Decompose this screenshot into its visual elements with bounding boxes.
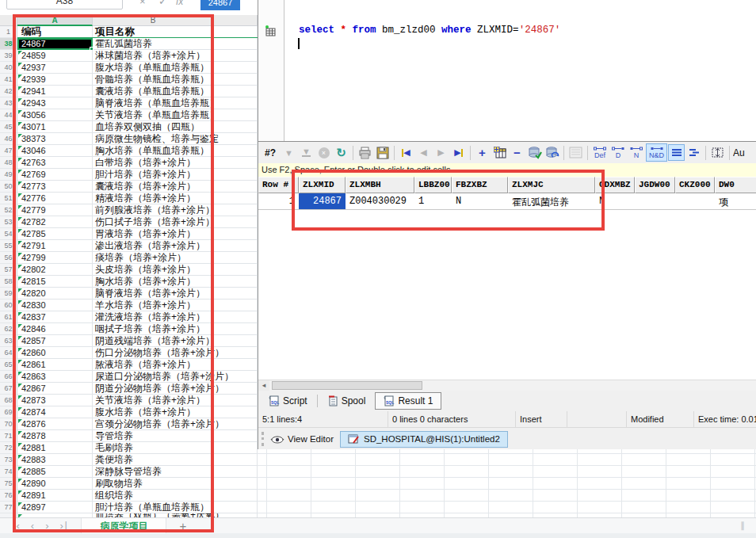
row-number[interactable]: 70 <box>0 418 17 430</box>
name-cell[interactable]: 胆汁培养（单瓶血培养瓶） <box>93 502 214 513</box>
formula-confirm-icon[interactable]: ✓ <box>158 0 167 10</box>
empty-cell[interactable] <box>214 216 258 228</box>
empty-cell[interactable] <box>214 264 258 276</box>
sort-dropdown-icon[interactable]: ▼ <box>281 144 297 161</box>
sheet-next-icon[interactable]: › <box>45 520 48 532</box>
code-cell[interactable]: 42837 <box>17 311 93 323</box>
fit-columns-icon[interactable] <box>709 144 726 161</box>
grid-column-header[interactable]: CKZ000 <box>675 177 715 193</box>
row-number[interactable]: 55 <box>0 240 17 252</box>
add-sheet-button[interactable]: + <box>179 519 186 532</box>
sql-code-line[interactable]: select * from bm_zlzd00 where ZLXMID='24… <box>299 25 560 36</box>
code-cell[interactable]: 42874 <box>17 406 93 418</box>
auto-options-label[interactable]: Au <box>733 144 754 161</box>
row-number[interactable]: 46 <box>0 133 17 145</box>
row-number[interactable]: 49 <box>0 169 17 181</box>
empty-cell[interactable] <box>214 228 258 240</box>
link-nd-button[interactable]: N&D <box>646 143 667 162</box>
empty-cell[interactable] <box>214 478 258 490</box>
row-number[interactable]: 41 <box>0 74 17 86</box>
code-cell[interactable]: 42937 <box>17 62 93 74</box>
insert-record-icon[interactable]: + <box>474 144 491 161</box>
session-tab-active[interactable]: SD_HOSPITAL@HIS(1):Untitled2 <box>340 431 508 448</box>
code-cell[interactable]: 42815 <box>17 276 93 288</box>
next-record-icon[interactable]: ▶ <box>433 144 449 161</box>
tab-result-1[interactable]: SQL Result 1 <box>375 392 441 410</box>
empty-cell[interactable] <box>214 490 258 502</box>
code-cell[interactable]: 24867 <box>17 38 93 50</box>
formula-bar-value[interactable]: 24867 <box>200 0 240 10</box>
row-number[interactable]: 66 <box>0 371 17 383</box>
row-number[interactable]: 67 <box>0 383 17 395</box>
sheet-prev-icon[interactable]: ‹ <box>31 520 34 532</box>
column-header-b[interactable]: B <box>93 15 214 26</box>
sql-editor[interactable]: select * from bm_zlzd00 where ZLXMID='24… <box>258 0 756 141</box>
code-cell[interactable]: 42785 <box>17 228 93 240</box>
cancel-query-icon[interactable]: × <box>315 144 332 161</box>
empty-cell[interactable] <box>214 121 258 133</box>
row-number[interactable]: 42 <box>0 86 17 97</box>
code-cell[interactable]: 42846 <box>17 323 93 335</box>
row-number[interactable]: 68 <box>0 395 17 406</box>
empty-cell[interactable] <box>214 288 258 300</box>
row-number[interactable]: 77 <box>0 502 17 513</box>
code-cell[interactable]: 42763 <box>17 157 93 169</box>
row-number[interactable]: 74 <box>0 466 17 478</box>
row-number[interactable]: 72 <box>0 442 17 454</box>
rollback-icon[interactable] <box>544 144 560 161</box>
tab-script[interactable]: SQL Script <box>264 394 312 408</box>
empty-cell[interactable] <box>214 157 258 169</box>
grid-view-icon[interactable] <box>668 144 685 161</box>
code-cell[interactable]: 42881 <box>17 442 93 454</box>
code-cell[interactable]: 42857 <box>17 335 93 347</box>
row-number[interactable]: 44 <box>0 109 17 121</box>
insert-function-icon[interactable]: fx <box>176 0 183 10</box>
grid-cell[interactable]: N <box>595 193 635 209</box>
empty-cell[interactable] <box>214 383 258 395</box>
code-cell[interactable]: 42876 <box>17 418 93 430</box>
grid-column-header[interactable]: JGDW00 <box>635 177 675 193</box>
row-number[interactable]: 40 <box>0 62 17 74</box>
empty-cell[interactable] <box>214 74 258 86</box>
code-cell[interactable]: 43056 <box>17 109 93 121</box>
row-number[interactable]: 45 <box>0 121 17 133</box>
empty-cell[interactable] <box>214 430 258 442</box>
empty-cell[interactable] <box>214 204 258 216</box>
row-number[interactable]: 65 <box>0 359 17 371</box>
grid-cell[interactable] <box>675 193 715 209</box>
drag-handle[interactable] <box>262 432 264 446</box>
tab-spool[interactable]: Spool <box>323 394 371 408</box>
code-cell[interactable]: 42860 <box>17 347 93 359</box>
code-cell[interactable]: 42873 <box>17 395 93 406</box>
row-number[interactable]: 1 <box>0 26 17 38</box>
empty-cell[interactable] <box>214 466 258 478</box>
grid-column-header[interactable]: LBBZ00 <box>414 177 452 193</box>
row-number[interactable]: 75 <box>0 478 17 490</box>
grid-cell[interactable]: 1 <box>414 193 452 209</box>
empty-cell[interactable] <box>214 323 258 335</box>
code-cell[interactable]: 43046 <box>17 145 93 157</box>
row-number[interactable]: 57 <box>0 264 17 276</box>
empty-cell[interactable] <box>214 502 258 513</box>
cell-name-box[interactable]: A38 <box>6 0 123 10</box>
code-cell[interactable]: 42939 <box>17 74 93 86</box>
sheet-first-icon[interactable]: ∣‹ <box>11 520 20 532</box>
link-d-button[interactable]: D <box>609 143 627 162</box>
row-number[interactable]: 58 <box>0 276 17 288</box>
row-number[interactable]: 69 <box>0 406 17 418</box>
formula-cancel-icon[interactable]: × <box>139 0 146 10</box>
select-all-corner[interactable] <box>0 15 17 26</box>
code-cell[interactable]: 42897 <box>17 502 93 513</box>
code-cell[interactable]: 42782 <box>17 216 93 228</box>
code-cell[interactable]: 42878 <box>17 430 93 442</box>
hscroll-thumb[interactable] <box>272 381 422 390</box>
empty-cell[interactable] <box>214 133 258 145</box>
save-icon[interactable] <box>374 144 391 161</box>
result-hscrollbar[interactable]: ◂ <box>258 380 756 391</box>
link-n-button[interactable]: N <box>628 143 645 162</box>
empty-cell[interactable] <box>214 418 258 430</box>
filter-icon[interactable]: ▼ <box>298 144 315 161</box>
empty-cell[interactable] <box>214 86 258 97</box>
first-record-icon[interactable]: ◀ <box>398 144 414 161</box>
row-number[interactable]: 59 <box>0 288 17 300</box>
